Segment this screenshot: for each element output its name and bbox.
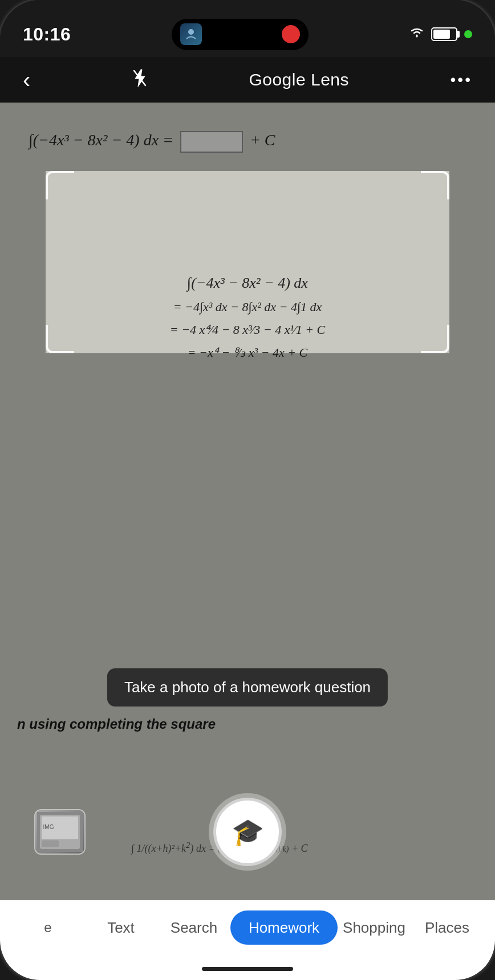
- svg-point-0: [188, 29, 194, 35]
- svg-text:IMG: IMG: [43, 824, 54, 830]
- status-icons: [409, 26, 472, 42]
- battery-icon: [431, 27, 457, 41]
- green-dot: [464, 30, 472, 38]
- graduation-icon: 🎓: [232, 816, 264, 847]
- tooltip: Take a photo of a homework question: [107, 668, 388, 707]
- thumbnail-image: IMG: [35, 810, 84, 854]
- back-button[interactable]: ‹: [23, 67, 30, 93]
- camera-controls: IMG 🎓: [0, 798, 495, 866]
- tab-e[interactable]: e: [11, 910, 84, 945]
- wifi-icon: [409, 26, 424, 42]
- tab-places[interactable]: Places: [411, 910, 484, 945]
- tab-search[interactable]: Search: [157, 910, 230, 945]
- tab-text[interactable]: Text: [84, 910, 157, 945]
- bottom-camera-text: n using completing the square: [17, 716, 478, 732]
- nav-bar: ‹ Google Lens •••: [0, 57, 495, 103]
- bottom-nav-scroll: e Text Search Homework Shopping Places: [0, 910, 495, 945]
- record-indicator: [282, 25, 300, 43]
- app-icon: [180, 23, 202, 45]
- tab-homework[interactable]: Homework: [230, 910, 338, 945]
- phone-screen: 10:16: [0, 0, 495, 980]
- equation-line2: = −4∫x³ dx − 8∫x² dx − 4∫1 dx: [29, 300, 466, 315]
- shutter-button[interactable]: 🎓: [213, 798, 282, 866]
- bottom-nav: e Text Search Homework Shopping Places: [0, 900, 495, 980]
- vf-mask-right: [449, 171, 495, 353]
- home-indicator: [202, 967, 293, 971]
- equation-line3: = −4 x⁴⁄4 − 8 x³⁄3 − 4 x¹⁄1 + C: [29, 322, 466, 337]
- equation-line1: ∫(−4x³ − 8x² − 4) dx: [29, 275, 466, 292]
- camera-view[interactable]: ∫(−4x³ − 8x² − 4) dx = + C ∫(−4x³ − 8x² …: [0, 103, 495, 900]
- svg-rect-5: [42, 840, 59, 847]
- gallery-thumbnail[interactable]: IMG: [34, 809, 86, 855]
- nav-title: Google Lens: [249, 70, 349, 89]
- more-button[interactable]: •••: [451, 71, 472, 89]
- status-bar: 10:16: [0, 0, 495, 57]
- tab-shopping[interactable]: Shopping: [338, 910, 411, 945]
- flash-icon[interactable]: [132, 68, 148, 92]
- vf-mask-top: [0, 103, 495, 171]
- status-time: 10:16: [23, 24, 71, 45]
- dynamic-island: [172, 19, 309, 50]
- vf-mask-left: [0, 171, 46, 353]
- phone-frame: 10:16: [0, 0, 495, 980]
